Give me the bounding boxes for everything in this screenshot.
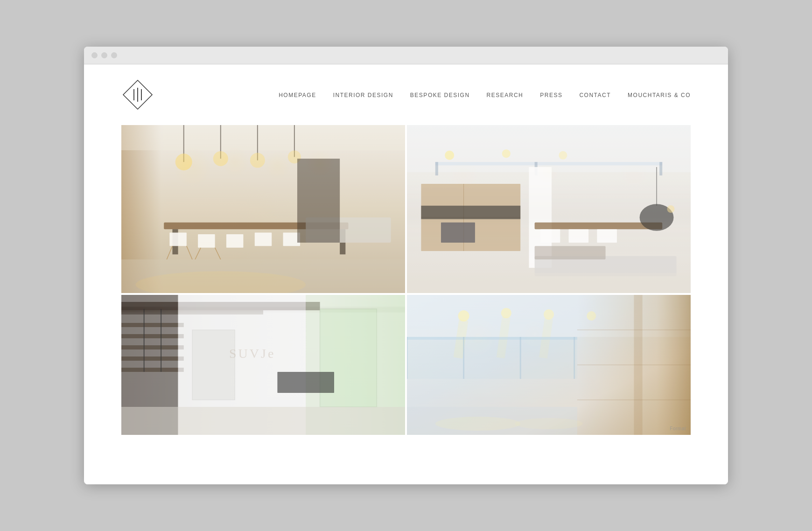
svg-point-37 [445, 151, 454, 160]
nav-item-bespoke-design[interactable]: BESPOKE DESIGN [410, 91, 470, 99]
svg-rect-48 [569, 229, 589, 243]
nav-link-bespoke-design[interactable]: BESPOKE DESIGN [410, 92, 470, 98]
svg-rect-60 [121, 323, 184, 327]
svg-rect-18 [169, 232, 186, 246]
svg-point-39 [559, 151, 567, 160]
nav-item-mouchtaris[interactable]: MOUCHTARIS & CO [628, 91, 691, 99]
nav-item-interior-design[interactable]: INTERIOR DESIGN [333, 91, 393, 99]
svg-rect-93 [634, 295, 642, 435]
svg-rect-43 [421, 206, 520, 219]
svg-rect-88 [407, 337, 577, 379]
svg-rect-68 [192, 330, 235, 400]
svg-rect-36 [659, 162, 662, 175]
gallery-item-bottom-left[interactable]: SUVJe [121, 295, 405, 435]
nav-item-press[interactable]: PRESS [540, 91, 562, 99]
svg-rect-28 [297, 159, 340, 243]
nav-menu: HOMEPAGE INTERIOR DESIGN BESPOKE DESIGN … [279, 91, 691, 99]
svg-rect-44 [441, 223, 475, 243]
svg-rect-72 [121, 407, 405, 435]
nav-link-interior-design[interactable]: INTERIOR DESIGN [333, 92, 393, 98]
watermark: Format [670, 426, 686, 431]
svg-rect-55 [407, 273, 691, 293]
svg-rect-62 [121, 345, 184, 349]
svg-rect-34 [435, 162, 438, 175]
gallery-item-top-right[interactable] [407, 125, 691, 293]
nav-link-contact[interactable]: CONTACT [579, 92, 611, 98]
gallery-item-top-left[interactable] [121, 125, 405, 293]
svg-point-78 [544, 309, 554, 320]
svg-point-54 [667, 205, 674, 213]
svg-rect-33 [435, 162, 662, 165]
gallery-item-bottom-right[interactable]: Format [407, 295, 691, 435]
svg-rect-19 [198, 234, 215, 248]
svg-point-95 [435, 417, 520, 431]
svg-point-77 [501, 308, 511, 318]
logo-container[interactable] [121, 78, 154, 111]
svg-point-13 [250, 153, 265, 168]
svg-rect-20 [226, 234, 243, 248]
svg-rect-61 [121, 334, 184, 338]
site-header: HOMEPAGE INTERIOR DESIGN BESPOKE DESIGN … [84, 64, 728, 125]
svg-rect-6 [121, 125, 405, 150]
nav-link-research[interactable]: RESEARCH [487, 92, 524, 98]
svg-point-96 [515, 418, 583, 429]
svg-point-12 [213, 151, 228, 166]
svg-point-11 [175, 154, 192, 170]
logo-diamond [121, 78, 154, 111]
browser-dot-maximize[interactable] [111, 52, 117, 58]
svg-rect-49 [597, 229, 617, 243]
nav-item-contact[interactable]: CONTACT [579, 91, 611, 99]
browser-dot-close[interactable] [91, 52, 98, 58]
svg-point-38 [502, 149, 511, 158]
nav-item-research[interactable]: RESEARCH [487, 91, 524, 99]
svg-rect-64 [121, 368, 184, 372]
nav-item-homepage[interactable]: HOMEPAGE [279, 91, 316, 99]
svg-rect-63 [121, 356, 184, 361]
svg-rect-21 [255, 232, 272, 246]
browser-chrome [84, 47, 728, 64]
svg-rect-47 [540, 229, 560, 243]
svg-rect-53 [535, 246, 606, 259]
browser-content: HOMEPAGE INTERIOR DESIGN BESPOKE DESIGN … [84, 64, 728, 484]
svg-text:SUVJe: SUVJe [229, 346, 275, 361]
nav-link-press[interactable]: PRESS [540, 92, 562, 98]
gallery-grid: SUVJe [84, 125, 728, 444]
browser-dot-minimize[interactable] [101, 52, 107, 58]
nav-link-mouchtaris[interactable]: MOUCHTARIS & CO [628, 92, 691, 98]
nav-link-homepage[interactable]: HOMEPAGE [279, 92, 316, 98]
svg-rect-73 [277, 372, 334, 393]
browser-window: HOMEPAGE INTERIOR DESIGN BESPOKE DESIGN … [84, 47, 728, 484]
main-nav: HOMEPAGE INTERIOR DESIGN BESPOKE DESIGN … [279, 91, 691, 99]
